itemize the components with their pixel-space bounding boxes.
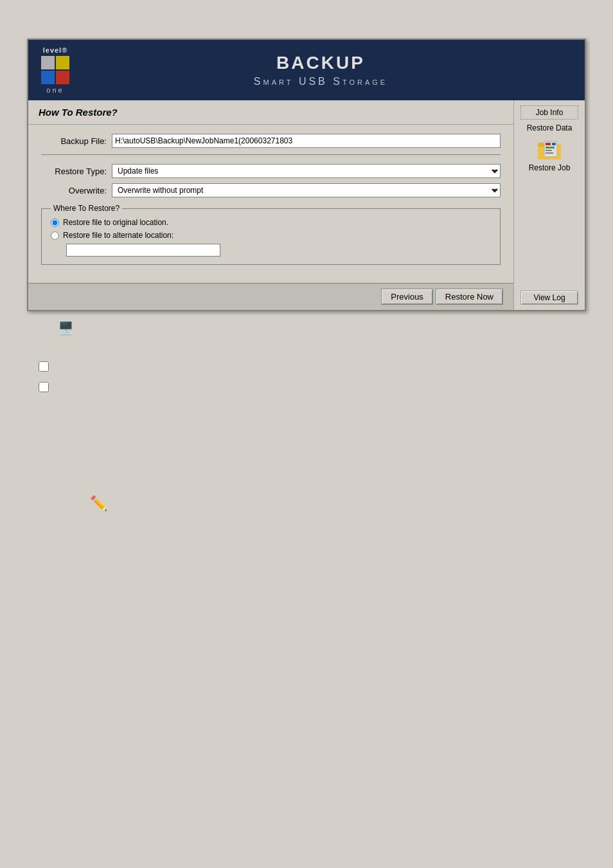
logo-text-level: level® — [43, 46, 68, 54]
logo-cell-bl — [41, 71, 55, 84]
svg-rect-6 — [546, 150, 552, 151]
divider-line — [41, 154, 501, 155]
checkbox-row-1 — [39, 361, 613, 372]
backup-file-value: H:\autoUSB\Backup\NewJobName1(2006032718… — [112, 134, 501, 148]
radio-alternate[interactable] — [51, 231, 59, 240]
checkbox-1[interactable] — [39, 361, 49, 372]
pencil-icon: ✏️ — [90, 495, 107, 511]
overwrite-wrapper[interactable]: Overwrite without prompt Prompt before o… — [112, 183, 501, 197]
job-info-button[interactable]: Job Info — [520, 105, 578, 120]
restore-type-label: Restore Type: — [41, 167, 112, 176]
bottom-icon-area: ✏️ — [0, 495, 613, 512]
alternate-location-input[interactable] — [66, 244, 220, 257]
logo-wrapper: level® one — [41, 46, 69, 94]
restore-job-button[interactable]: Restore Job — [520, 138, 578, 172]
radio-original-row: Restore file to original location. — [51, 218, 491, 227]
logo-grid — [41, 56, 69, 84]
app-header: level® one BACKUP Smart USB Storage — [28, 40, 585, 100]
backup-file-row: Backup File: H:\autoUSB\Backup\NewJobNam… — [41, 134, 501, 148]
backup-file-label: Backup File: — [41, 136, 112, 146]
backup-title: BACKUP — [276, 53, 365, 73]
logo-cell-tl — [41, 56, 55, 69]
taskbar-icon: 🖥️ — [58, 320, 74, 336]
radio-alternate-row: Restore file to alternate location: — [51, 231, 491, 240]
restore-job-icon — [537, 138, 562, 162]
restore-type-select[interactable]: Update files All files New files only — [112, 164, 501, 178]
main-content: How To Restore? Backup File: H:\autoUSB\… — [28, 100, 514, 310]
overwrite-label: Overwrite: — [41, 186, 112, 195]
radio-original-label: Restore file to original location. — [63, 218, 168, 227]
restore-job-label: Restore Job — [529, 163, 571, 172]
logo-cell-tr — [56, 56, 69, 69]
restore-type-row: Restore Type: Update files All files New… — [41, 164, 501, 178]
view-log-button[interactable]: View Log — [520, 291, 578, 305]
where-to-restore-legend: Where To Restore? — [51, 204, 122, 213]
backup-file-text: H:\autoUSB\Backup\NewJobName1(2006032718… — [115, 136, 292, 145]
overwrite-select[interactable]: Overwrite without prompt Prompt before o… — [112, 183, 501, 197]
header-title-sub: Smart USB Storage — [69, 76, 572, 87]
radio-alternate-label: Restore file to alternate location: — [63, 231, 173, 240]
restore-type-wrapper[interactable]: Update files All files New files only — [112, 164, 501, 178]
overwrite-row: Overwrite: Overwrite without prompt Prom… — [41, 183, 501, 197]
checkbox-row-2 — [39, 382, 613, 392]
form-area: Backup File: H:\autoUSB\Backup\NewJobNam… — [28, 125, 513, 283]
radio-original[interactable] — [51, 219, 59, 227]
app-body: How To Restore? Backup File: H:\autoUSB\… — [28, 100, 585, 310]
header-title-block: BACKUP Smart USB Storage — [69, 53, 572, 87]
restore-now-button[interactable]: Restore Now — [436, 289, 503, 305]
sidebar: Job Info Restore Data Restore Job — [514, 100, 585, 310]
svg-rect-4 — [552, 143, 556, 145]
header-title-main: BACKUP — [69, 53, 572, 73]
section-title: How To Restore? — [39, 107, 118, 118]
buttons-bar: Previous Restore Now — [28, 283, 513, 310]
checkbox-2[interactable] — [39, 382, 49, 392]
svg-rect-3 — [546, 143, 551, 145]
checkbox-area — [0, 361, 613, 392]
taskbar-area: 🖥️ — [0, 320, 613, 336]
svg-rect-5 — [546, 147, 555, 149]
svg-rect-7 — [546, 152, 553, 154]
previous-button[interactable]: Previous — [381, 289, 433, 305]
where-to-restore-group: Where To Restore? Restore file to origin… — [41, 204, 501, 265]
section-header: How To Restore? — [28, 100, 513, 125]
logo-cell-br — [56, 71, 69, 84]
logo-text-one: one — [46, 86, 64, 94]
app-container: level® one BACKUP Smart USB Storage How … — [27, 39, 586, 311]
restore-data-button[interactable]: Restore Data — [520, 122, 578, 134]
